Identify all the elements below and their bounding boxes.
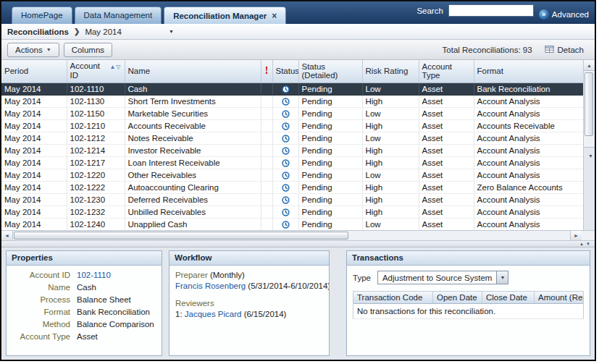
cell-risk-rating: Low <box>362 82 419 95</box>
tab-data-management[interactable]: Data Management <box>75 7 162 24</box>
cell-account-type: Asset <box>419 206 474 218</box>
detach-button[interactable]: Detach <box>540 43 589 56</box>
property-value: Balance Sheet <box>77 295 131 304</box>
column-header-amount[interactable]: Amount (Reportin <box>535 292 583 303</box>
tab-reconciliation-manager[interactable]: Reconciliation Manager × <box>164 7 286 24</box>
chevron-down-icon: ▼ <box>46 47 51 52</box>
grid-row[interactable]: May 2014102-1217Loan Interest Receivable… <box>1 156 583 169</box>
grid-toolbar: Actions ▼ Columns Total Reconciliations:… <box>1 40 595 60</box>
grid-row[interactable]: May 2014102-1210Accounts ReceivablePendi… <box>1 119 583 132</box>
cell-status <box>272 193 298 206</box>
close-icon[interactable]: × <box>272 12 277 20</box>
cell-risk-rating: Low <box>362 169 419 181</box>
cell-status-detailed: Pending <box>298 218 362 230</box>
splitter-collapse-down-icon[interactable]: ▼ <box>586 242 590 247</box>
sort-ascending-icon[interactable]: ▲ <box>109 64 116 70</box>
cell-period: May 2014 <box>1 95 67 107</box>
search-label: Search <box>416 7 443 15</box>
column-header-status-detailed[interactable]: Status (Detailed) <box>298 60 362 82</box>
select-dropdown-icon: ▼ <box>496 271 508 284</box>
chevron-right-icon: ❯ <box>74 27 80 35</box>
search-input[interactable] <box>448 4 534 17</box>
tab-homepage[interactable]: HomePage <box>12 7 72 24</box>
splitter-collapse-up-icon[interactable]: ▲ <box>579 242 584 247</box>
vertical-scroll-track[interactable] <box>584 71 595 147</box>
sort-icons[interactable]: ▲▽ <box>109 62 121 72</box>
cell-period: May 2014 <box>1 181 67 193</box>
property-label: Method <box>12 320 70 329</box>
properties-panel-body: Account ID102-1110NameCashProcessBalance… <box>7 266 162 355</box>
cell-name: Unapplied Cash <box>125 218 261 230</box>
transactions-panel: Transactions Type Adjustment to Source S… <box>346 250 590 356</box>
column-header-account-id[interactable]: Account ID ▲▽ <box>67 60 125 82</box>
scroll-right-icon[interactable]: ► <box>570 231 582 240</box>
columns-button[interactable]: Columns <box>64 43 112 57</box>
property-value: Cash <box>77 283 96 292</box>
column-header-period[interactable]: Period <box>1 60 67 82</box>
actions-menu-button[interactable]: Actions ▼ <box>7 43 59 57</box>
property-row: ProcessBalance Sheet <box>12 295 156 304</box>
scroll-up-icon[interactable]: ▲ <box>584 60 595 71</box>
column-header-close-date[interactable]: Close Date <box>482 292 535 303</box>
transaction-type-select[interactable]: Adjustment to Source System ▼ <box>377 271 508 284</box>
cell-period: May 2014 <box>1 156 67 169</box>
cell-status-detailed: Pending <box>298 82 362 95</box>
property-row: Account ID102-1110 <box>12 271 156 279</box>
column-header-transaction-code[interactable]: Transaction Code <box>353 292 433 303</box>
vertical-scroll-thumb[interactable] <box>585 72 593 136</box>
column-header-name[interactable]: Name <box>125 60 261 82</box>
property-value: Balance Comparison <box>77 320 154 329</box>
grid-row[interactable]: May 2014102-1232Unbilled ReceivablesPend… <box>1 206 583 218</box>
grid-row[interactable]: May 2014102-1110CashPendingLowAssetBank … <box>1 82 583 95</box>
grid-row[interactable]: May 2014102-1150Marketable SecuritiesPen… <box>1 107 583 119</box>
horizontal-scrollbar[interactable]: ◄ ► <box>1 231 595 241</box>
cell-format: Accounts Receivable <box>474 119 583 132</box>
reviewer-number: 1: <box>175 310 183 318</box>
period-dropdown-icon[interactable]: ▼ <box>169 29 174 34</box>
cell-account-type: Asset <box>419 181 474 193</box>
cell-account-type: Asset <box>419 119 474 132</box>
grid-row[interactable]: May 2014102-1230Deferred ReceivablesPend… <box>1 193 583 206</box>
grid-row[interactable]: May 2014102-1222Autoaccounting ClearingP… <box>1 181 583 193</box>
cell-account-type: Asset <box>419 144 474 156</box>
breadcrumb-current-period[interactable]: May 2014 <box>85 27 122 36</box>
grid-row[interactable]: May 2014102-1240Unapplied CashPendingLow… <box>1 218 583 230</box>
cell-alert <box>261 144 272 156</box>
reviewer-name-link[interactable]: Jacques Picard <box>185 310 242 318</box>
grid-row[interactable]: May 2014102-1214Investor ReceivablePendi… <box>1 144 583 156</box>
cell-account-id: 102-1150 <box>67 107 125 119</box>
vertical-scrollbar[interactable]: ▲ ▼ <box>583 60 595 230</box>
cell-status-detailed: Pending <box>298 132 362 144</box>
scroll-down-icon[interactable]: ▼ <box>584 147 595 230</box>
panel-splitter[interactable]: ▲ ▼ <box>1 241 595 247</box>
transactions-table: Transaction Code Open Date Close Date Am… <box>353 291 584 319</box>
cell-account-type: Asset <box>419 218 474 230</box>
cell-format: Account Analysis <box>474 144 583 156</box>
grid-row[interactable]: May 2014102-1130Short Term InvestmentsPe… <box>1 95 583 107</box>
breadcrumb-root[interactable]: Reconciliations <box>7 27 69 36</box>
column-header-risk-rating[interactable]: Risk Rating <box>362 60 419 82</box>
horizontal-scroll-thumb[interactable] <box>14 232 348 240</box>
advanced-search-link[interactable]: » Advanced <box>539 9 589 20</box>
column-header-open-date[interactable]: Open Date <box>433 292 482 303</box>
alert-icon <box>264 67 269 76</box>
column-header-alert[interactable] <box>261 60 272 82</box>
scroll-left-icon[interactable]: ◄ <box>1 231 13 240</box>
column-header-format[interactable]: Format <box>474 60 583 82</box>
column-header-status[interactable]: Status <box>272 60 298 82</box>
transactions-panel-body: Type Adjustment to Source System ▼ Trans… <box>347 266 590 355</box>
grid-row[interactable]: May 2014102-1212Notes ReceivablePendingL… <box>1 132 583 144</box>
cell-account-id: 102-1130 <box>67 95 125 107</box>
grid-row[interactable]: May 2014102-1220Other ReceivablesPending… <box>1 169 583 181</box>
cell-alert <box>261 82 272 95</box>
transactions-table-header: Transaction Code Open Date Close Date Am… <box>353 292 583 304</box>
cell-alert <box>261 156 272 169</box>
preparer-name-link[interactable]: Francis Rosenberg <box>175 282 246 290</box>
actions-label: Actions <box>15 46 43 54</box>
column-header-account-type[interactable]: Account Type <box>419 60 474 82</box>
cell-alert <box>261 119 272 132</box>
property-row: NameCash <box>12 283 156 292</box>
property-value-link[interactable]: 102-1110 <box>77 271 111 279</box>
sort-descending-icon[interactable]: ▽ <box>116 64 121 70</box>
cell-alert <box>261 107 272 119</box>
